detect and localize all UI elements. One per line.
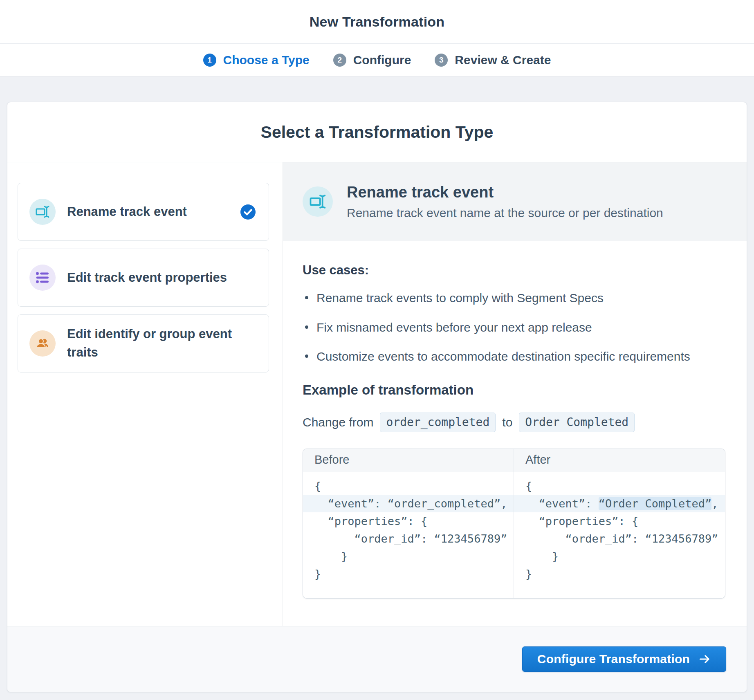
code-line: { — [303, 477, 514, 495]
code-line: “properties”: { — [303, 512, 514, 530]
rename-icon — [303, 186, 333, 217]
users-icon — [29, 330, 56, 357]
code-line: } — [303, 547, 514, 565]
step-configure[interactable]: 2 Configure — [333, 53, 411, 67]
code-segment: “event”: — [525, 497, 599, 510]
renamed-value-highlight: “Order Completed” — [599, 497, 711, 510]
step-3-label: Review & Create — [455, 53, 551, 67]
step-1-label: Choose a Type — [223, 53, 310, 67]
code-line: “order_id”: “123456789” — [303, 530, 514, 547]
option-rename-track-event[interactable]: Rename track event — [18, 183, 269, 241]
change-from-chip: order_completed — [380, 413, 496, 432]
card-footer: Configure Transformation — [7, 626, 747, 692]
rename-icon — [29, 199, 56, 225]
wizard-header: New Transformation — [0, 0, 754, 44]
use-case-item: Customize events to accommodate destinat… — [303, 348, 727, 365]
after-code-block: { “event”: “Order Completed”, “propertie… — [514, 471, 725, 598]
step-review-create[interactable]: 3 Review & Create — [435, 53, 551, 67]
arrow-right-icon — [698, 653, 711, 666]
change-to-chip: Order Completed — [519, 413, 635, 432]
before-after-header: Before After — [303, 449, 725, 471]
card-title-row: Select a Transformation Type — [7, 102, 747, 162]
detail-subtitle: Rename track event name at the source or… — [347, 206, 663, 220]
change-prefix: Change from — [303, 415, 373, 429]
use-cases-heading: Use cases: — [303, 263, 727, 278]
card-body: Rename track event — [7, 162, 747, 626]
option-label: Edit identify or group event traits — [67, 325, 256, 362]
list-icon — [29, 265, 56, 291]
code-line: } — [514, 565, 725, 583]
type-option-list: Rename track event — [7, 162, 283, 626]
change-example-row: Change from order_completed to Order Com… — [303, 413, 727, 432]
step-2-number: 2 — [333, 54, 346, 67]
option-edit-identify-or-group-event-traits[interactable]: Edit identify or group event traits — [18, 314, 269, 372]
detail-hero: Rename track event Rename track event na… — [283, 162, 747, 241]
configure-transformation-label: Configure Transformation — [537, 652, 690, 666]
example-heading: Example of transformation — [303, 382, 727, 398]
change-connector: to — [502, 415, 512, 429]
before-code-block: { “event”: “order_completed”, “propertie… — [303, 471, 514, 598]
option-label: Rename track event — [67, 203, 229, 221]
step-1-number: 1 — [203, 54, 216, 67]
option-label: Edit track event properties — [67, 269, 256, 287]
wizard-stepper: 1 Choose a Type 2 Configure 3 Review & C… — [0, 44, 754, 76]
page-title: New Transformation — [310, 14, 444, 30]
option-edit-track-event-properties[interactable]: Edit track event properties — [18, 249, 269, 307]
code-line-highlighted: “event”: “Order Completed”, — [514, 495, 725, 512]
code-line-highlighted: “event”: “order_completed”, — [303, 495, 514, 512]
card-title: Select a Transformation Type — [261, 123, 494, 142]
code-line: “properties”: { — [514, 512, 725, 530]
before-after-body: { “event”: “order_completed”, “propertie… — [303, 471, 725, 598]
transformation-type-card: Select a Transformation Type Rename trac… — [7, 102, 747, 692]
use-case-item: Rename track events to comply with Segme… — [303, 290, 727, 307]
code-line: } — [303, 565, 514, 583]
use-cases-list: Rename track events to comply with Segme… — [303, 290, 727, 365]
code-line: } — [514, 547, 725, 565]
detail-hero-text: Rename track event Rename track event na… — [347, 184, 663, 220]
type-detail-panel: Rename track event Rename track event na… — [283, 162, 747, 626]
step-choose-a-type[interactable]: 1 Choose a Type — [203, 53, 310, 67]
code-line: { — [514, 477, 725, 495]
code-segment: , — [711, 497, 718, 510]
code-line: “order_id”: “123456789” — [514, 530, 725, 547]
before-after-table: Before After { “event”: “order_completed… — [303, 449, 725, 599]
detail-title: Rename track event — [347, 184, 663, 201]
configure-transformation-button[interactable]: Configure Transformation — [522, 646, 726, 672]
detail-content: Use cases: Rename track events to comply… — [283, 241, 747, 599]
step-2-label: Configure — [353, 53, 411, 67]
step-3-number: 3 — [435, 54, 448, 67]
before-column-header: Before — [303, 449, 514, 471]
use-case-item: Fix misnamed events before your next app… — [303, 319, 727, 336]
selected-check-icon — [240, 204, 256, 220]
after-column-header: After — [514, 449, 725, 471]
